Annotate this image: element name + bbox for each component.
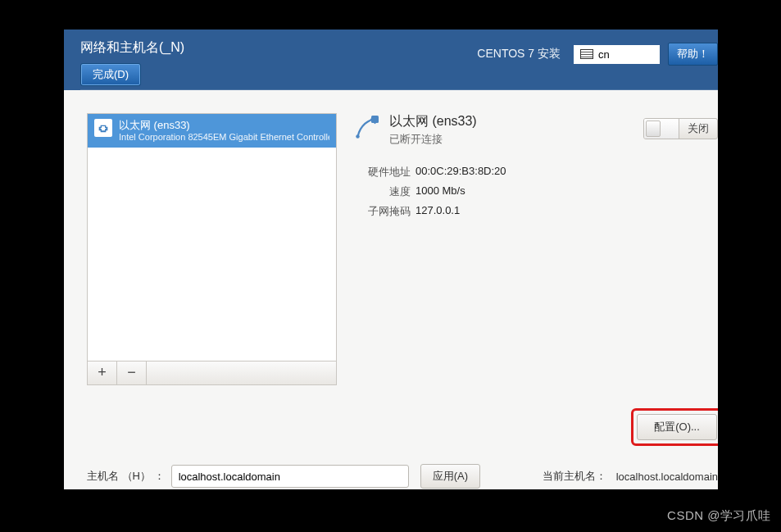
- header-bar: 网络和主机名(_N) 完成(D) CENTOS 7 安装 cn 帮助！: [64, 30, 718, 90]
- nic-list-item[interactable]: 以太网 (ens33) Intel Corporation 82545EM Gi…: [88, 114, 336, 148]
- connection-toggle[interactable]: 关闭: [643, 118, 718, 139]
- remove-nic-button[interactable]: −: [117, 361, 147, 384]
- detail-value: 00:0C:29:B3:8D:20: [415, 165, 506, 180]
- ethernet-icon: [94, 119, 112, 137]
- detail-label: 硬件地址: [352, 165, 411, 180]
- connection-title-block: 以太网 (ens33) 已断开连接: [389, 113, 477, 147]
- detail-value: 127.0.0.1: [415, 204, 460, 219]
- detail-row-hwaddr: 硬件地址 00:0C:29:B3:8D:20: [352, 165, 718, 180]
- svg-rect-0: [371, 116, 379, 123]
- content-area: 以太网 (ens33) Intel Corporation 82545EM Gi…: [64, 90, 718, 443]
- keyboard-layout-value: cn: [598, 48, 610, 61]
- ethernet-large-icon: [352, 113, 381, 146]
- connection-title: 以太网 (ens33): [389, 113, 477, 130]
- footer-bar: 主机名 （H） ： 应用(A) 当前主机名： localhost.localdo…: [64, 443, 718, 489]
- add-nic-button[interactable]: +: [88, 361, 117, 384]
- header-right: CENTOS 7 安装 cn 帮助！: [477, 43, 718, 66]
- install-product-label: CENTOS 7 安装: [477, 47, 561, 61]
- current-hostname-label: 当前主机名：: [543, 469, 606, 484]
- svg-point-1: [356, 134, 360, 139]
- detail-row-speed: 速度 1000 Mb/s: [352, 184, 718, 199]
- detail-label: 速度: [352, 184, 411, 199]
- keyboard-layout-selector[interactable]: cn: [574, 45, 660, 64]
- help-button[interactable]: 帮助！: [668, 43, 718, 66]
- toggle-label: 关闭: [679, 119, 717, 139]
- configure-area: 配置(O)...: [631, 408, 718, 446]
- toggle-track: [644, 119, 679, 139]
- nic-item-name: 以太网 (ens33): [119, 119, 329, 132]
- detail-value: 1000 Mb/s: [415, 184, 465, 199]
- connection-detail-grid: 硬件地址 00:0C:29:B3:8D:20 速度 1000 Mb/s 子网掩码…: [352, 165, 718, 219]
- detail-label: 子网掩码: [352, 204, 411, 219]
- watermark: CSDN @学习爪哇: [667, 508, 771, 524]
- detail-row-netmask: 子网掩码 127.0.0.1: [352, 204, 718, 219]
- toggle-handle: [646, 120, 661, 137]
- hostname-label: 主机名 （H） ：: [87, 469, 165, 484]
- keyboard-icon: [580, 49, 593, 59]
- current-hostname-value: localhost.localdomain: [616, 471, 718, 483]
- done-button[interactable]: 完成(D): [80, 63, 141, 86]
- nic-list[interactable]: 以太网 (ens33) Intel Corporation 82545EM Gi…: [87, 113, 337, 361]
- apply-button[interactable]: 应用(A): [420, 464, 480, 489]
- installer-window: 网络和主机名(_N) 完成(D) CENTOS 7 安装 cn 帮助！ 以太网 …: [64, 30, 718, 489]
- configure-button[interactable]: 配置(O)...: [637, 414, 717, 440]
- connection-details: 以太网 (ens33) 已断开连接 关闭 硬件地址 00:0C:29:B3:8D…: [337, 113, 718, 443]
- hostname-input[interactable]: [171, 465, 409, 488]
- nic-item-desc: Intel Corporation 82545EM Gigabit Ethern…: [119, 132, 329, 143]
- configure-highlight: 配置(O)...: [631, 408, 718, 446]
- connection-status: 已断开连接: [389, 132, 477, 147]
- nic-item-texts: 以太网 (ens33) Intel Corporation 82545EM Gi…: [119, 119, 329, 143]
- nic-list-toolbar: + −: [87, 361, 337, 385]
- nic-panel: 以太网 (ens33) Intel Corporation 82545EM Gi…: [87, 113, 337, 443]
